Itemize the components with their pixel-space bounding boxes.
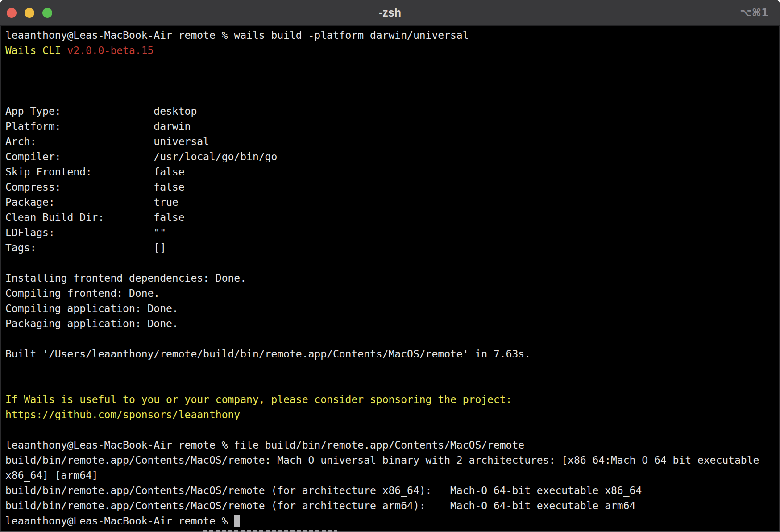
terminal-line: x86_64] [arm64] xyxy=(5,468,775,483)
terminal-line: Skip Frontend: false xyxy=(5,164,775,179)
text-segment: https://github.com/sponsors/leaanthony xyxy=(5,409,240,420)
text-segment: Arch: universal xyxy=(5,136,209,147)
text-segment: Skip Frontend: false xyxy=(5,166,185,178)
terminal-line: Arch: universal xyxy=(5,134,775,149)
text-segment: leaanthony@Leas-MacBook-Air remote % fil… xyxy=(5,439,524,451)
cursor-block xyxy=(234,515,240,527)
terminal-line: LDFlags: "" xyxy=(5,225,775,240)
text-segment: leaanthony@Leas-MacBook-Air remote % wai… xyxy=(5,29,469,41)
terminal-line: Installing frontend dependencies: Done. xyxy=(5,270,775,286)
text-segment: Wails CLI xyxy=(5,45,67,56)
text-segment: build/bin/remote.app/Contents/MacOS/remo… xyxy=(5,500,635,511)
text-segment: Packaging application: Done. xyxy=(5,318,178,329)
terminal-line: Built '/Users/leaanthony/remote/build/bi… xyxy=(5,346,775,362)
terminal-line: Packaging application: Done. xyxy=(5,316,775,331)
text-segment: build/bin/remote.app/Contents/MacOS/remo… xyxy=(5,485,642,496)
terminal-line: Compiling frontend: Done. xyxy=(5,286,775,301)
terminal-line: leaanthony@Leas-MacBook-Air remote % wai… xyxy=(5,28,775,43)
terminal-line: App Type: desktop xyxy=(5,104,775,119)
terminal-screen[interactable]: leaanthony@Leas-MacBook-Air remote % wai… xyxy=(0,26,780,532)
terminal-line: Compiler: /usr/local/go/bin/go xyxy=(5,149,775,164)
terminal-line xyxy=(5,88,775,104)
text-segment: Compiling application: Done. xyxy=(5,303,178,314)
terminal-line: Clean Build Dir: false xyxy=(5,210,775,225)
window-title: -zsh xyxy=(0,0,780,25)
text-segment: Tags: [] xyxy=(5,242,166,254)
terminal-line: Compress: false xyxy=(5,179,775,195)
text-segment: x86_64] [arm64] xyxy=(5,470,98,481)
terminal-line: build/bin/remote.app/Contents/MacOS/remo… xyxy=(5,498,775,513)
terminal-line: Compiling application: Done. xyxy=(5,301,775,316)
text-segment: Compiling frontend: Done. xyxy=(5,287,160,299)
text-segment: leaanthony@Leas-MacBook-Air remote % xyxy=(5,515,234,527)
terminal-line: Package: true xyxy=(5,195,775,210)
terminal-line: If Wails is useful to you or your compan… xyxy=(5,392,775,407)
text-segment: Compress: false xyxy=(5,181,185,193)
window-shortcut-badge: ⌥⌘1 xyxy=(740,0,768,25)
terminal-line: Tags: [] xyxy=(5,240,775,255)
terminal-line: build/bin/remote.app/Contents/MacOS/remo… xyxy=(5,483,775,498)
titlebar[interactable]: -zsh ⌥⌘1 xyxy=(0,0,780,26)
terminal-line: Wails CLI v2.0.0-beta.15 xyxy=(5,43,775,58)
terminal-line: leaanthony@Leas-MacBook-Air remote % xyxy=(5,513,775,528)
text-segment: v2.0.0-beta.15 xyxy=(67,45,154,56)
text-segment: Clean Build Dir: false xyxy=(5,212,185,223)
text-segment: LDFlags: "" xyxy=(5,227,166,238)
text-segment: Platform: darwin xyxy=(5,121,191,132)
terminal-line xyxy=(5,422,775,437)
clipped-text-sliver xyxy=(203,530,337,532)
terminal-line: https://github.com/sponsors/leaanthony xyxy=(5,407,775,422)
text-segment: Built '/Users/leaanthony/remote/build/bi… xyxy=(5,348,531,360)
terminal-line xyxy=(5,255,775,270)
terminal-line xyxy=(5,331,775,346)
terminal-line xyxy=(5,58,775,73)
terminal-line xyxy=(5,377,775,392)
text-segment: Compiler: /usr/local/go/bin/go xyxy=(5,151,277,162)
text-segment: Installing frontend dependencies: Done. xyxy=(5,272,246,284)
terminal-output: leaanthony@Leas-MacBook-Air remote % wai… xyxy=(5,28,775,528)
terminal-window: -zsh ⌥⌘1 leaanthony@Leas-MacBook-Air rem… xyxy=(0,0,780,532)
terminal-line: Platform: darwin xyxy=(5,119,775,134)
text-segment: If Wails is useful to you or your compan… xyxy=(5,394,512,405)
terminal-line xyxy=(5,362,775,377)
terminal-line: build/bin/remote.app/Contents/MacOS/remo… xyxy=(5,453,775,468)
text-segment: Package: true xyxy=(5,196,178,208)
text-segment: App Type: desktop xyxy=(5,105,197,117)
text-segment: build/bin/remote.app/Contents/MacOS/remo… xyxy=(5,454,759,466)
terminal-line: leaanthony@Leas-MacBook-Air remote % fil… xyxy=(5,437,775,453)
terminal-line xyxy=(5,73,775,88)
